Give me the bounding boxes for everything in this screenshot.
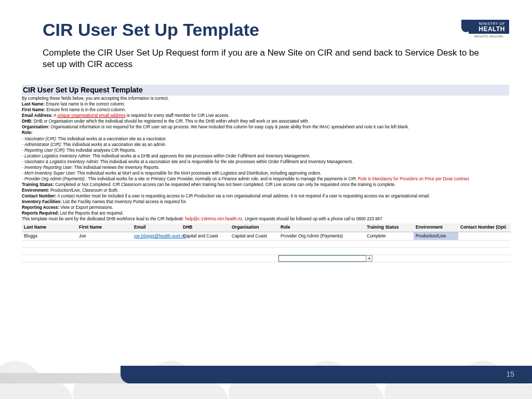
table-row[interactable]: [22, 248, 511, 255]
table-row[interactable]: Bloggs Joe joe.bloggs@health.govt.nz Cap…: [22, 232, 511, 240]
col-training-status: Training Status: [365, 223, 414, 232]
col-last-name: Last Name: [22, 223, 77, 232]
col-environment: Environment: [414, 223, 458, 232]
form-title: CIR User Set Up Request Template: [22, 85, 509, 96]
table-row[interactable]: ▾: [22, 255, 511, 262]
form-screenshot: CIR User Set Up Request Template By comp…: [0, 79, 532, 262]
email-link[interactable]: joe.bloggs@health.govt.nz: [134, 233, 186, 238]
slide-description: Complete the CIR User Set Up Request for…: [0, 44, 532, 79]
table-row[interactable]: [22, 241, 511, 248]
page-number: 15: [506, 370, 514, 378]
col-dhb: DHB: [181, 223, 230, 232]
col-organisation: Organisation: [230, 223, 278, 232]
col-first-name: First Name: [77, 223, 132, 232]
page-title: CIR User Set Up Template: [43, 20, 259, 40]
col-contact-number: Contact Number (Opti: [458, 223, 511, 232]
table-header-row: Last Name First Name Email DHB Organisat…: [22, 223, 511, 232]
footer-band: 15: [0, 366, 532, 383]
col-role: Role: [278, 223, 365, 232]
col-email: Email: [132, 223, 181, 232]
role-dropdown[interactable]: [278, 255, 368, 262]
ministry-logo: MINISTRY OF HEALTH MANATŪ HAUORA: [469, 20, 509, 38]
user-table: Last Name First Name Email DHB Organisat…: [22, 223, 511, 262]
